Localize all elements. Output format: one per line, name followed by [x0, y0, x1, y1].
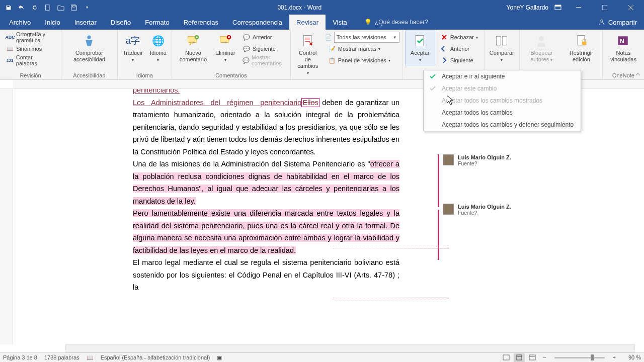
accept-all-stop-tracking[interactable]: Aceptar todos los cambios y detener segu…: [424, 119, 581, 131]
show-markup-button[interactable]: 📝Mostrar marcas ▾: [325, 43, 399, 54]
markup-mode-icon: 📄: [325, 34, 332, 41]
comment-text: Fuente?: [458, 210, 511, 216]
vertical-ruler[interactable]: [0, 89, 13, 344]
collapse-ribbon-icon[interactable]: [635, 71, 641, 77]
reject-button[interactable]: Rechazar ▾: [437, 32, 481, 43]
maximize-button[interactable]: [594, 0, 616, 15]
proofing-icon[interactable]: 📖: [87, 354, 94, 361]
zoom-level[interactable]: 90 %: [621, 354, 641, 360]
accept-and-next[interactable]: Aceptar e ir al siguiente: [424, 70, 581, 82]
save-icon[interactable]: [68, 2, 79, 13]
zoom-slider[interactable]: [554, 357, 605, 358]
tab-archivo[interactable]: Archivo: [2, 15, 38, 30]
prev-change-button[interactable]: Anterior: [437, 43, 481, 54]
delete-comment-button[interactable]: Eliminar▾: [213, 31, 237, 65]
reviewing-pane-button[interactable]: 📋Panel de revisiones ▾: [325, 55, 399, 66]
horizontal-scrollbar[interactable]: [65, 344, 635, 352]
svg-point-6: [88, 36, 91, 39]
comment-connector: [333, 298, 449, 298]
display-for-review-combo[interactable]: Todas las revisiones▼: [334, 32, 399, 43]
close-button[interactable]: [620, 0, 642, 15]
open-icon[interactable]: [55, 2, 66, 13]
svg-rect-12: [416, 36, 424, 46]
language-indicator[interactable]: Español (España - alfabetización tradici…: [101, 354, 210, 360]
translate-button[interactable]: a字 Traducir▾: [120, 31, 146, 65]
print-layout-button[interactable]: [514, 353, 525, 362]
svg-rect-20: [503, 355, 509, 360]
accept-button[interactable]: Aceptar▾: [405, 31, 435, 65]
accessibility-button[interactable]: Comprobar accesibilidad: [63, 31, 115, 65]
comment-connector: [333, 248, 449, 248]
track-changes-button[interactable]: Control de cambios ▾: [293, 31, 323, 78]
tab-inicio[interactable]: Inicio: [38, 15, 67, 30]
doc-paragraph: penitenciarios.: [133, 89, 399, 97]
group-label-revision: Revisión: [2, 71, 59, 79]
track-changes-icon: [300, 33, 316, 49]
pane-icon: 📋: [328, 56, 336, 64]
lightbulb-icon: 💡: [364, 19, 372, 26]
comment-text: Fuente?: [458, 160, 511, 166]
comment-card[interactable]: Luis Mario Olguin Z. Fuente?: [443, 154, 511, 166]
next-comment-button[interactable]: 💬Siguiente: [239, 43, 287, 54]
accept-this-change: Aceptar este cambio: [424, 82, 581, 95]
globe-icon: 🌐: [150, 33, 166, 49]
comment-delete-icon: [217, 33, 233, 49]
onenote-button[interactable]: N Notas vinculadas: [605, 31, 642, 65]
macro-icon[interactable]: ▣: [217, 354, 222, 361]
comment-prev-icon: 💬: [243, 33, 251, 41]
autosave-icon[interactable]: [3, 2, 14, 13]
qat-customize-icon[interactable]: ▾: [82, 2, 93, 13]
comment-show-icon: 💬: [243, 56, 250, 64]
accept-all[interactable]: Aceptar todos los cambios: [424, 107, 581, 119]
share-icon: [598, 19, 605, 26]
user-name[interactable]: YoneY Gallardo: [507, 4, 548, 11]
tell-me-search[interactable]: 💡 ¿Qué desea hacer?: [354, 19, 598, 26]
ribbon-display-icon[interactable]: [552, 2, 564, 13]
web-layout-button[interactable]: [527, 353, 538, 362]
undo-icon[interactable]: [16, 2, 27, 13]
accept-icon: [429, 84, 437, 93]
show-comments-button: 💬Mostrar comentarios: [239, 55, 287, 66]
avatar: [443, 204, 454, 215]
read-mode-button[interactable]: [501, 353, 512, 362]
next-change-button[interactable]: Siguiente: [437, 55, 481, 66]
thesaurus-button[interactable]: 📖Sinónimos: [3, 43, 58, 54]
tab-vista[interactable]: Vista: [326, 15, 354, 30]
word-count-button[interactable]: 123Contar palabras: [3, 55, 58, 66]
svg-point-15: [539, 36, 544, 41]
tab-formato[interactable]: Formato: [138, 15, 176, 30]
spelling-button[interactable]: ABCOrtografía y gramática: [3, 32, 58, 43]
comment-card[interactable]: Luis Mario Olguin Z. Fuente?: [443, 204, 511, 216]
compare-button[interactable]: Comparar▾: [487, 31, 517, 65]
restrict-editing-button[interactable]: Restringir edición: [562, 31, 600, 65]
tab-revisar[interactable]: Revisar: [289, 15, 326, 30]
titlebar: ▾ 001.docx - Word YoneY Gallardo: [0, 0, 644, 15]
onenote-icon: N: [615, 33, 631, 49]
zoom-in-button[interactable]: +: [610, 354, 619, 360]
svg-rect-21: [517, 355, 522, 360]
new-doc-icon[interactable]: [42, 2, 53, 13]
tab-referencias[interactable]: Referencias: [177, 15, 225, 30]
doc-paragraph: El marco legal mediante el cual se regul…: [133, 256, 399, 294]
quick-access-toolbar: ▾: [0, 2, 93, 13]
abc-check-icon: ABC: [6, 33, 14, 41]
redo-icon[interactable]: [29, 2, 40, 13]
tab-insertar[interactable]: Insertar: [67, 15, 104, 30]
block-authors-button: Bloquear autores ▾: [522, 31, 561, 65]
block-authors-icon: [533, 33, 549, 49]
zoom-out-button[interactable]: −: [540, 354, 549, 360]
svg-rect-4: [602, 5, 607, 10]
share-button[interactable]: Compartir: [598, 19, 644, 26]
minimize-button[interactable]: [568, 0, 590, 15]
new-comment-button[interactable]: Nuevo comentario: [174, 31, 212, 65]
word-count[interactable]: 1738 palabras: [44, 354, 79, 360]
tab-correspondencia[interactable]: Correspondencia: [225, 15, 289, 30]
doc-paragraph: Una de las misiones de la Administración…: [133, 158, 399, 207]
count-icon: 123: [6, 56, 14, 64]
lock-icon: [573, 33, 589, 49]
page-indicator[interactable]: Página 3 de 8: [3, 354, 37, 360]
tab-diseno[interactable]: Diseño: [104, 15, 138, 30]
prev-comment-button[interactable]: 💬Anterior: [239, 32, 287, 43]
group-label-idioma: Idioma: [120, 71, 170, 79]
language-button[interactable]: 🌐 Idioma▾: [147, 31, 170, 65]
